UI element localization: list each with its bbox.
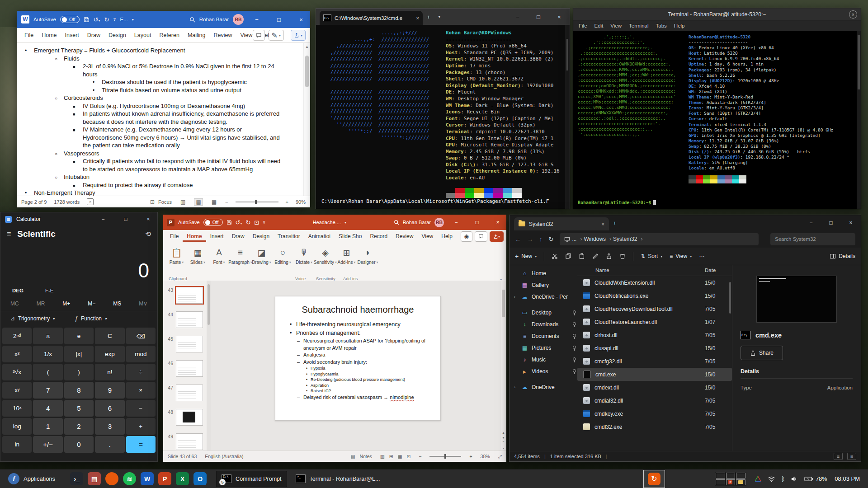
sidebar-item[interactable]: [509, 377, 577, 381]
calc-button[interactable]: −: [126, 400, 156, 417]
function-dropdown[interactable]: ƒ Function ▾: [75, 315, 107, 322]
undo-icon[interactable]: ↺▾: [94, 16, 100, 23]
focus-button[interactable]: ⊡Focus: [149, 199, 172, 205]
redo-icon[interactable]: ↻: [104, 16, 109, 23]
page-indicator[interactable]: Page 2 of 9: [21, 199, 47, 205]
ribbon-tab[interactable]: Transitior: [274, 231, 304, 242]
explorer-tab[interactable]: System32 ×: [514, 217, 609, 230]
memory-button[interactable]: MS: [113, 300, 121, 307]
record-button[interactable]: ◉: [461, 231, 472, 242]
maximize-button[interactable]: □: [270, 11, 288, 28]
calc-button[interactable]: +: [126, 418, 156, 435]
menu-item[interactable]: File: [575, 23, 591, 28]
calc-button[interactable]: (: [33, 364, 62, 380]
menu-item[interactable]: Edit: [591, 23, 607, 28]
calc-button[interactable]: +/−: [33, 436, 62, 453]
proofing-icon[interactable]: ✕: [87, 198, 94, 205]
ribbon-tab[interactable]: Mailing: [184, 32, 210, 38]
ribbon-tab[interactable]: Design: [104, 32, 130, 38]
calc-button[interactable]: ln: [2, 436, 32, 453]
share-icon[interactable]: [606, 253, 612, 259]
ribbon-tab[interactable]: Animatioi: [304, 231, 335, 242]
calc-button[interactable]: 1: [33, 418, 62, 435]
ribbon-tab[interactable]: Slide Sho: [335, 231, 366, 242]
file-row[interactable]: cmdl32.exe 7/05: [577, 420, 732, 433]
calc-button[interactable]: 1/x: [33, 346, 62, 362]
battery-indicator[interactable]: 78%: [804, 476, 827, 482]
share-button[interactable]: ▾: [291, 30, 306, 41]
calc-button[interactable]: =: [126, 436, 156, 453]
display-profile-icon[interactable]: [754, 475, 762, 482]
file-row[interactable]: cmdext.dll 15/0: [577, 381, 732, 394]
reading-view-icon[interactable]: ▦: [398, 454, 402, 459]
search-icon[interactable]: [394, 220, 399, 225]
slide-thumbnail[interactable]: 44: [163, 311, 207, 328]
normal-view-icon[interactable]: ▥: [380, 454, 385, 459]
breadcrumb-item[interactable]: System32: [613, 236, 642, 242]
comments-button[interactable]: [253, 30, 265, 41]
pager-cell[interactable]: [736, 473, 745, 479]
spotify-icon[interactable]: ≋: [123, 472, 136, 485]
ribbon-tab[interactable]: View: [417, 231, 437, 242]
calc-button[interactable]: xʸ: [2, 382, 32, 399]
calc-button[interactable]: 0: [64, 436, 94, 453]
breadcrumb-item[interactable]: Windows: [584, 236, 611, 242]
calc-button[interactable]: 4: [33, 400, 62, 417]
sidebar-item[interactable]: [509, 303, 577, 307]
language-indicator[interactable]: English (Australia): [205, 454, 243, 459]
file-row[interactable]: CloudIdWxhExtension.dll 15/0: [577, 276, 732, 289]
firefox-icon[interactable]: [105, 472, 118, 485]
tab-close-icon[interactable]: ×: [416, 15, 419, 21]
details-header[interactable]: Details: [741, 368, 853, 375]
cmd-terminal-output[interactable]: ....,,:;+/// ...,,+: //////////////// ,/…: [316, 25, 570, 209]
notes-button[interactable]: ▤ Notes: [350, 454, 372, 459]
thumbnail-scrollbar[interactable]: [207, 281, 211, 451]
close-button[interactable]: ×: [841, 215, 861, 230]
ribbon-button[interactable]: ◗ Designer▾: [357, 245, 378, 265]
calc-button[interactable]: 2: [64, 418, 94, 435]
slide-thumbnail[interactable]: 43: [163, 287, 207, 304]
ribbon-button[interactable]: ○ Editing▾: [272, 245, 293, 265]
file-row[interactable]: CloudRestoreLauncher.dll 1/07: [577, 315, 732, 328]
delete-icon[interactable]: [619, 253, 626, 259]
zoom-in-icon[interactable]: +: [469, 454, 472, 459]
file-manager-icon[interactable]: ▤: [88, 472, 101, 485]
pager-cell[interactable]: [726, 473, 736, 479]
calc-button[interactable]: ×: [126, 382, 156, 399]
ribbon-tab[interactable]: Draw: [228, 231, 249, 242]
calc-button[interactable]: x²: [2, 346, 32, 362]
sidebar-item[interactable]: Music: [509, 354, 577, 366]
slide-canvas[interactable]: Subarachnoid haemorrhage •Life-threateni…: [275, 296, 441, 421]
word-count[interactable]: 1728 words: [54, 199, 80, 205]
calc-button[interactable]: ²√x: [2, 364, 32, 380]
chevron-icon[interactable]: ›: [514, 295, 518, 299]
ribbon-button[interactable]: ▦ Slides▾: [187, 245, 208, 265]
present-icon[interactable]: ⊡: [254, 219, 259, 226]
outlook-icon[interactable]: O: [193, 472, 207, 485]
calc-button[interactable]: π: [33, 328, 62, 344]
ribbon-button[interactable]: ⊞ Add-ins▾: [336, 245, 357, 265]
search-input[interactable]: Search System32: [770, 233, 855, 245]
menu-item[interactable]: View: [607, 23, 625, 28]
sidebar-item[interactable]: Home: [509, 267, 577, 279]
sidebar-item[interactable]: › OneDrive: [509, 381, 577, 393]
web-layout-icon[interactable]: ▦: [210, 199, 218, 205]
calc-button[interactable]: log: [2, 418, 32, 435]
ribbon-tab[interactable]: Insert: [206, 231, 228, 242]
calc-button[interactable]: n!: [95, 364, 124, 380]
calc-button[interactable]: ): [64, 364, 94, 380]
ribbon-tab[interactable]: File: [20, 32, 38, 38]
more-options-icon[interactable]: ⋯: [699, 253, 704, 259]
calc-button[interactable]: 10ˣ: [2, 400, 32, 417]
word-scrollbar[interactable]: ▲: [303, 43, 310, 196]
slide-thumbnail[interactable]: 48: [163, 409, 207, 426]
up-icon[interactable]: ↑: [539, 236, 542, 243]
calc-button[interactable]: 8: [64, 382, 94, 399]
file-list-scrollbar[interactable]: [728, 277, 732, 451]
quick-access-icon[interactable]: ⊽: [113, 18, 116, 22]
slide-indicator[interactable]: Slide 43 of 63: [168, 454, 197, 459]
menu-item[interactable]: Terminal: [625, 23, 652, 28]
avatar[interactable]: RB: [434, 218, 444, 227]
calc-button[interactable]: 9: [95, 382, 124, 399]
calc-button[interactable]: |x|: [64, 346, 94, 362]
